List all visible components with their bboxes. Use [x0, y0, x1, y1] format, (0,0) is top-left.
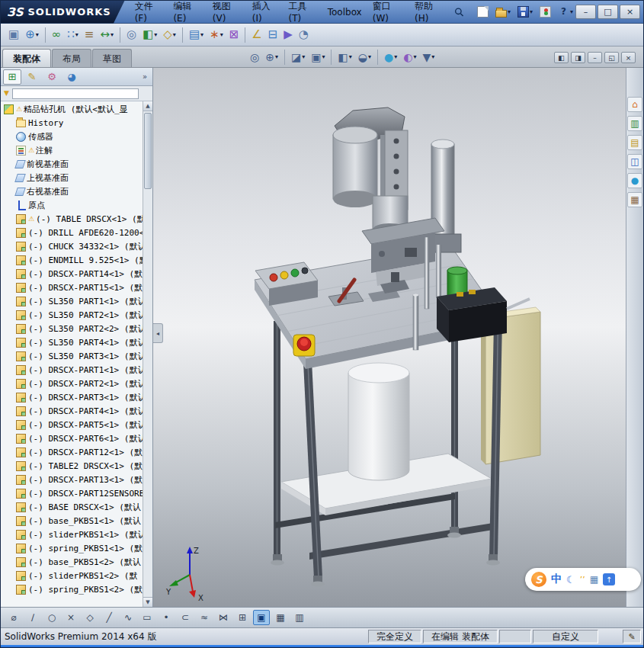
ime-toolbox-icon[interactable]: ↑	[603, 573, 615, 585]
ime-language-toggle[interactable]: 中	[551, 573, 562, 586]
hide-show-items-button[interactable]: ◒▾	[355, 50, 374, 64]
ime-keyboard-icon[interactable]: ▦	[590, 574, 598, 585]
smart-dimension-button[interactable]: ⌀	[5, 610, 22, 625]
close-button[interactable]: ×	[620, 5, 640, 19]
tree-item[interactable]: ⚠注解	[1, 143, 143, 157]
tables-button[interactable]: ▥	[291, 610, 308, 625]
tree-item[interactable]: 右视基准面	[1, 184, 143, 198]
menu-item-2[interactable]: 编辑(E)	[168, 0, 207, 27]
point-button[interactable]: •	[158, 610, 175, 625]
tree-item[interactable]: (-) SL350 PART2<2> (默认	[1, 322, 143, 335]
grid-snap-button[interactable]: ▦	[272, 610, 289, 625]
screen-capture-button[interactable]: ◔	[296, 26, 312, 44]
tree-item[interactable]: (-) DRSCX-PART5<1> (默认	[1, 418, 143, 431]
scroll-up-button[interactable]: ▲	[143, 101, 152, 111]
custom-properties-button[interactable]: ▦	[627, 192, 642, 207]
assembly-features-button[interactable]: ◧▾	[139, 26, 160, 44]
tree-item[interactable]: ⚠(-) TABLE DRSCX<1> (默	[1, 212, 143, 226]
file-explorer-button[interactable]: ▤	[627, 135, 642, 150]
tree-item[interactable]: (-) sliderPKBS1<2> (默	[1, 569, 143, 582]
maximize-button[interactable]: □	[598, 5, 618, 19]
displaymanager-tab[interactable]: ◕	[62, 69, 81, 85]
tree-item[interactable]: (-) base_PKBS1<2> (默认	[1, 555, 143, 569]
tree-scrollbar[interactable]: ▲ ▼	[143, 101, 152, 607]
move-component-button[interactable]: ↔▾	[97, 26, 117, 44]
filter-input[interactable]	[12, 88, 139, 99]
menu-item-5[interactable]: 工具(T)	[284, 0, 322, 27]
design-library-button[interactable]: ▥	[627, 116, 642, 131]
show-hidden-components-button[interactable]: ◎	[123, 26, 139, 44]
display-style-button[interactable]: ◧▾	[335, 50, 354, 64]
offset-entities-button[interactable]: ≈	[196, 610, 213, 625]
tree-item[interactable]: (-) DRSCX-PART15<1> (默认	[1, 281, 143, 294]
minimize-button[interactable]: –	[575, 5, 596, 19]
sogou-ime-bar[interactable]: S 中 ☾ ’’ ▦ ↑	[525, 568, 641, 591]
tree-item[interactable]: (-) DRSCX-PART1<1> (默认	[1, 363, 143, 377]
open-document-button[interactable]: ▾	[493, 5, 513, 19]
motion-study-button[interactable]: ▶	[280, 26, 296, 44]
ime-punctuation-icon[interactable]: ’’	[580, 575, 585, 585]
corner-rectangle-button[interactable]: ▭	[139, 610, 155, 625]
menu-item-4[interactable]: 插入(I)	[247, 0, 284, 27]
tree-item[interactable]: 传感器	[1, 130, 143, 143]
menu-item-8[interactable]: 帮助(H)	[409, 0, 450, 27]
view-orientation-button[interactable]: ▣▾	[308, 50, 328, 64]
linear-component-pattern-button[interactable]: ∷▾	[64, 26, 82, 44]
tree-item[interactable]: (-) SL350 PART4<1> (默认	[1, 335, 143, 349]
tree-item[interactable]: History	[1, 116, 143, 130]
panel-collapse-button[interactable]: ◂	[153, 323, 163, 343]
tree-item[interactable]: (-) base_PKBS1<1> (默认	[1, 514, 143, 528]
propertymanager-tab[interactable]: ✎	[23, 69, 41, 85]
tree-item[interactable]: 前视基准面	[1, 157, 143, 171]
normal-sketch-button[interactable]: ▣	[253, 610, 270, 625]
tree-item[interactable]: (-) DRSCX-PART12SENSORB	[1, 486, 143, 500]
tab-布局[interactable]: 布局	[52, 49, 91, 67]
tab-装配体[interactable]: 装配体	[2, 49, 51, 67]
view-palette-button[interactable]: ◫	[627, 154, 642, 169]
menu-item-3[interactable]: 视图(V)	[207, 0, 247, 27]
edit-appearance-button[interactable]: ●▾	[381, 50, 400, 64]
spline-button[interactable]: ∿	[120, 610, 136, 625]
smart-fasteners-button[interactable]: ≡	[82, 26, 98, 44]
tree-item[interactable]: 原点	[1, 198, 143, 212]
close-document-button[interactable]: ×	[621, 52, 636, 63]
panel-tabs-overflow[interactable]: »	[139, 72, 150, 81]
tree-item[interactable]: (-) TABLE2 DRSCX<1> (默	[1, 459, 143, 473]
insert-component-button[interactable]: ⊕▾	[22, 26, 42, 44]
circle-button[interactable]: ○	[43, 610, 60, 625]
exploded-view-button[interactable]: ∗▾	[207, 26, 226, 44]
status-lights-button[interactable]	[537, 5, 553, 19]
view-settings-button[interactable]: ▼▾	[419, 50, 437, 64]
tree-item[interactable]: (-) DRSCX-PART12<1> (默	[1, 445, 143, 459]
tree-item[interactable]: (-) DRSCX-PART2<1> (默认	[1, 377, 143, 390]
mirror-entities-button[interactable]: ⋈	[215, 610, 232, 625]
new-document-button[interactable]	[475, 5, 491, 19]
interference-detection-button[interactable]: ⊠	[226, 26, 242, 44]
bill-of-materials-button[interactable]: ▤▾	[186, 26, 207, 44]
sketch-pattern-button[interactable]: ⊞	[234, 610, 251, 625]
menu-item-1[interactable]: 文件(F)	[130, 0, 168, 27]
tree-item[interactable]: (-) spring_PKBS1<2> (默	[1, 582, 143, 596]
tree-item[interactable]: (-) SL350 PART2<1> (默认	[1, 308, 143, 322]
tree-item[interactable]: (-) DRSCX-PART3<1> (默认	[1, 390, 143, 404]
edit-component-button[interactable]: ▣	[5, 26, 22, 44]
tree-item[interactable]: (-) DRSCX-PART6<1> (默认	[1, 431, 143, 445]
tree-item[interactable]: (-) SL350 PART3<1> (默认	[1, 349, 143, 363]
tree-item[interactable]: (-) DRILL AFDE620-1200<	[1, 226, 143, 239]
tree-item[interactable]: ⚠精品钻孔机 (默认<默认_显	[1, 102, 143, 116]
measure-button[interactable]: ∠	[248, 26, 264, 44]
tree-item[interactable]: (-) sliderPKBS1<1> (默认	[1, 528, 143, 541]
scroll-down-button[interactable]: ▼	[143, 597, 152, 607]
graphics-area[interactable]: Z Y X ◂	[153, 68, 626, 607]
minimize-document-button[interactable]: –	[588, 52, 602, 63]
tree-item[interactable]: (-) DRSCX-PART14<1> (默	[1, 267, 143, 281]
pane-split-right-button[interactable]: ◨	[571, 52, 585, 63]
mate-button[interactable]: ∞	[49, 26, 65, 44]
configurationmanager-tab[interactable]: ⚙	[43, 69, 61, 85]
appearances-scenes-button[interactable]: ●	[627, 173, 642, 188]
pane-split-left-button[interactable]: ◧	[554, 52, 569, 63]
polygon-button[interactable]: ◇	[82, 610, 98, 625]
tab-草图[interactable]: 草图	[92, 49, 132, 67]
restore-document-button[interactable]: ◱	[604, 52, 619, 63]
search-icon[interactable]	[454, 7, 464, 18]
